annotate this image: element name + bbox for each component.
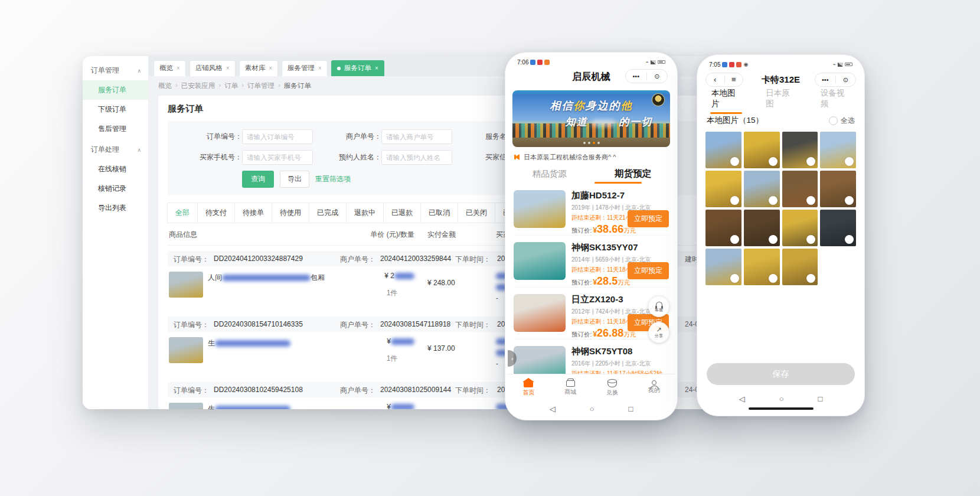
gallery-thumb[interactable] [744, 171, 780, 207]
select-circle-icon[interactable] [845, 157, 854, 166]
android-back-button[interactable]: ◁ [739, 394, 745, 403]
exit-target-button[interactable]: ⊙ [836, 73, 856, 86]
sidebar-group-order-process[interactable]: 订单处理 ∧ [83, 139, 148, 159]
select-circle-icon[interactable] [769, 274, 778, 283]
hero-banner[interactable]: 相信你身边的他 知道 的一切 [512, 90, 670, 147]
android-back-button[interactable]: ◁ [550, 404, 556, 413]
status-tab-unused[interactable]: 待使用 [272, 203, 309, 223]
select-circle-icon[interactable] [806, 235, 815, 244]
select-circle-icon[interactable] [845, 235, 854, 244]
close-icon[interactable]: × [318, 65, 322, 71]
close-icon[interactable]: × [375, 65, 378, 71]
gallery-thumb[interactable] [744, 132, 780, 168]
buyer-phone-input[interactable] [242, 150, 313, 165]
gallery-thumb[interactable] [820, 171, 856, 207]
android-home-button[interactable]: ○ [779, 394, 784, 403]
sidebar-item-export-list[interactable]: 导出列表 [83, 198, 148, 218]
android-home-button[interactable]: ○ [590, 404, 594, 413]
breadcrumb-item[interactable]: 订单管理 [247, 81, 275, 90]
tab-japan-originals[interactable]: 日本原图 [766, 88, 795, 112]
status-tab-all[interactable]: 全部 [167, 203, 198, 223]
order-no-input[interactable] [242, 129, 313, 144]
gallery-thumb[interactable] [705, 171, 741, 207]
status-tab-unpaid[interactable]: 待支付 [197, 203, 235, 223]
product-card[interactable]: 神钢SK135YY07 2014年 | 5659小时 | 北京-北京 距结束还剩… [514, 236, 669, 288]
tab-overview[interactable]: 概览× [153, 60, 186, 76]
tab-service-orders[interactable]: 服务订单× [331, 60, 384, 76]
android-recents-button[interactable]: □ [818, 394, 823, 403]
product-card[interactable]: 神钢SK75YT08 2016年 | 2205小时 | 北京-北京 距结束还剩：… [514, 340, 669, 374]
tab-home[interactable]: 首页 [508, 378, 550, 397]
status-tab-refunding[interactable]: 退款中 [346, 203, 384, 223]
book-now-button[interactable]: 立即预定 [628, 262, 669, 279]
gallery-thumb[interactable] [744, 210, 780, 246]
tab-premium-stock[interactable]: 精品货源 [508, 168, 592, 180]
tab-device-videos[interactable]: 设备视频 [821, 88, 850, 112]
select-circle-icon[interactable] [730, 274, 739, 283]
gallery-thumb[interactable] [782, 171, 818, 207]
breadcrumb-item[interactable]: 已安装应用 [181, 81, 215, 90]
gallery-thumb[interactable] [782, 249, 818, 285]
android-recents-button[interactable]: □ [629, 404, 633, 413]
tab-exchange[interactable]: 兑换 [592, 378, 633, 397]
close-icon[interactable]: × [269, 65, 272, 71]
select-circle-icon[interactable] [769, 157, 778, 166]
tab-service-mgmt[interactable]: 服务管理× [282, 60, 328, 76]
gallery-thumb[interactable] [782, 132, 818, 168]
book-now-button[interactable]: 立即预定 [628, 210, 669, 227]
select-circle-icon[interactable] [730, 157, 739, 166]
status-tab-pending[interactable]: 待接单 [234, 203, 272, 223]
select-circle-icon[interactable] [806, 274, 815, 283]
tab-mall[interactable]: 商城 [550, 378, 592, 396]
close-icon[interactable]: × [226, 65, 230, 71]
notice-bar[interactable]: 日本原装工程机械综合服务商^ ^ [508, 151, 675, 164]
select-circle-icon[interactable] [769, 235, 778, 244]
save-button[interactable]: 保存 [707, 363, 855, 385]
tab-local-images[interactable]: 本地图片 [711, 88, 741, 112]
reset-filters-link[interactable]: 重置筛选项 [315, 174, 351, 184]
close-icon[interactable]: × [177, 65, 180, 71]
product-card[interactable]: 日立ZX120-3 2012年 | 7424小时 | 北京-北京 距结束还剩：1… [514, 288, 669, 340]
tab-futures-booking[interactable]: 期货预定 [592, 168, 675, 180]
select-all-control[interactable]: 全选 [829, 116, 855, 126]
radio-icon[interactable] [829, 116, 838, 125]
sidebar-item-aftersales[interactable]: 售后管理 [83, 119, 148, 139]
export-button[interactable]: 导出 [280, 171, 309, 188]
status-tab-done[interactable]: 已完成 [309, 203, 347, 223]
sidebar-item-online-verify[interactable]: 在线核销 [83, 159, 148, 179]
select-circle-icon[interactable] [806, 157, 815, 166]
status-tab-closed[interactable]: 已关闭 [458, 203, 495, 223]
more-menu-button[interactable]: ••• [626, 70, 646, 83]
sidebar-item-verify-records[interactable]: 核销记录 [83, 179, 148, 198]
gallery-thumb[interactable] [705, 210, 741, 246]
exit-target-button[interactable]: ⊙ [647, 70, 668, 83]
tab-profile[interactable]: 我的 [633, 380, 675, 394]
merchant-no-input[interactable] [381, 129, 452, 144]
tab-shop-style[interactable]: 店铺风格× [190, 60, 236, 76]
select-circle-icon[interactable] [730, 235, 739, 244]
status-tab-refunded[interactable]: 已退款 [383, 203, 421, 223]
sidebar-item-service-orders[interactable]: 服务订单 [83, 80, 148, 100]
gallery-thumb[interactable] [820, 132, 856, 168]
search-button[interactable]: 查询 [242, 171, 274, 188]
share-float[interactable]: ↗ 分享 [648, 322, 669, 343]
breadcrumb-item[interactable]: 概览 [158, 81, 172, 90]
gallery-thumb[interactable] [705, 249, 741, 285]
gallery-thumb[interactable] [782, 210, 818, 246]
select-circle-icon[interactable] [769, 196, 778, 205]
customer-service-float[interactable]: 客服 [648, 296, 669, 317]
gallery-thumb[interactable] [744, 249, 780, 285]
sidebar-group-order-mgmt[interactable]: 订单管理 ∧ [83, 60, 148, 80]
booker-name-input[interactable] [381, 150, 452, 165]
breadcrumb-item[interactable]: 订单 [224, 81, 238, 90]
product-card[interactable]: 加藤HD512-7 2019年 | 1478小时 | 北京-北京 距结束还剩：1… [514, 184, 669, 236]
more-menu-button[interactable]: ••• [815, 73, 835, 86]
sidebar-item-sub-orders[interactable]: 下级订单 [83, 100, 148, 119]
select-circle-icon[interactable] [806, 196, 815, 205]
select-circle-icon[interactable] [730, 196, 739, 205]
select-circle-icon[interactable] [845, 196, 854, 205]
gallery-thumb[interactable] [705, 132, 741, 168]
status-tab-cancelled[interactable]: 已取消 [420, 203, 458, 223]
tab-material-lib[interactable]: 素材库× [239, 60, 278, 76]
gallery-thumb[interactable] [820, 210, 856, 246]
